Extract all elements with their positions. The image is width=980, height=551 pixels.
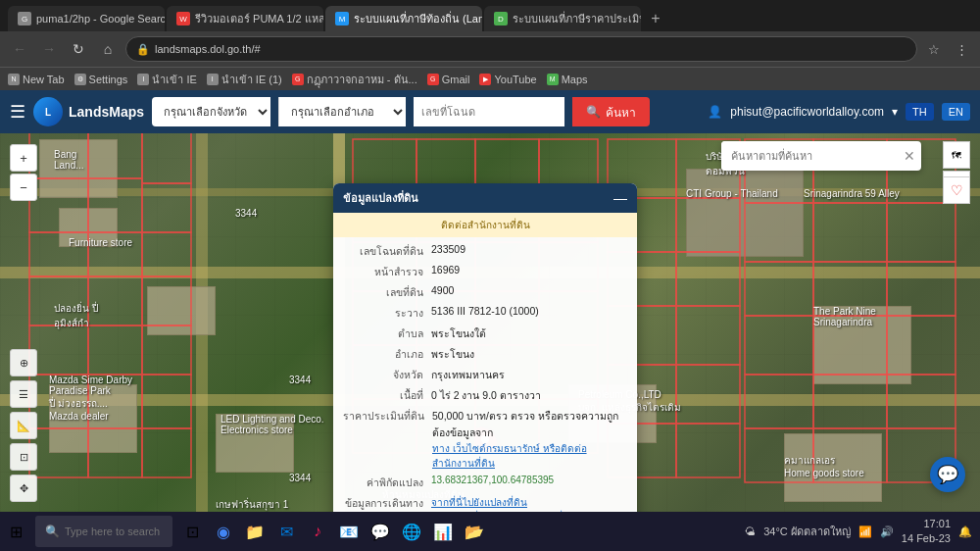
lang-en-button[interactable]: EN (942, 103, 970, 121)
address-text: landsmaps.dol.go.th/# (155, 43, 261, 55)
tab-4[interactable]: D ระบบแผนที่ภาษีราคาประเมิน - กรมธน... ✕ (484, 6, 641, 31)
new-tab-button[interactable]: + (643, 6, 668, 31)
bookmark-gmail-icon: G (427, 74, 439, 85)
taskbar-search-input[interactable] (65, 526, 163, 537)
weather-temp: 34°C ผัดตลาดใหญ่ (763, 523, 851, 540)
bookmark-settings-icon: ⚙ (74, 74, 86, 85)
lang-th-button[interactable]: TH (906, 103, 934, 121)
browser-settings-icon[interactable]: ⋮ (951, 38, 972, 60)
more-info-label: ข้อมูลการเดินทาง (343, 495, 431, 512)
amphoe-label: อำเภอ (343, 346, 431, 363)
popup-close-button[interactable]: — (613, 190, 627, 206)
bookmark-ie[interactable]: I นำเข้า IE (137, 71, 196, 88)
bookmark-settings[interactable]: ⚙ Settings (74, 74, 128, 85)
tambon-label: ตำบล (343, 326, 431, 342)
address-bar[interactable]: 🔒 landsmaps.dol.go.th/# (125, 36, 917, 62)
zoom-in-button[interactable]: + (10, 144, 37, 172)
popup-row-frontarea: หน้าสำรวจ 16969 (343, 264, 627, 280)
taskbar-line-icon[interactable]: 💬 (367, 518, 394, 545)
land-number-value: 4900 (431, 284, 627, 301)
taskbar-chrome-icon[interactable]: ◉ (210, 518, 237, 545)
bookmark-gmail[interactable]: G Gmail (427, 74, 470, 85)
menu-hamburger[interactable]: ☰ (10, 101, 25, 123)
forward-button[interactable]: → (37, 37, 61, 61)
tab-2-favicon: W (176, 12, 190, 25)
parcel-input[interactable] (414, 97, 564, 126)
search-button[interactable]: 🔍 ค้นหา (572, 97, 650, 126)
popup-body: เลขโฉนดที่ดิน 233509 หน้าสำรวจ 16969 เลข… (333, 237, 637, 512)
map-view-satellite[interactable]: 🗺 (943, 141, 970, 169)
map-container[interactable]: BangLand... Furniture store ปลองยิ่น ปี่… (0, 90, 980, 512)
province-select[interactable]: กรุณาเลือกจังหวัด (152, 97, 270, 126)
reload-button[interactable]: ↻ (67, 37, 90, 61)
popup-title: ข้อมูลแปลงที่ดิน (343, 189, 418, 207)
taskbar-chrome2-icon[interactable]: 🌐 (398, 518, 425, 545)
taskbar-explorer-icon[interactable]: 📁 (241, 518, 269, 545)
favorite-button[interactable]: ♡ (943, 176, 970, 204)
taskbar-sound-icon: 🔊 (880, 526, 894, 538)
taskbar-notification-icon: 🔔 (958, 526, 972, 538)
building-1 (39, 139, 118, 198)
layer-button[interactable]: ☰ (10, 380, 37, 408)
map-controls-left: + − (10, 144, 37, 201)
taskbar-excel-icon[interactable]: 📊 (429, 518, 457, 545)
tab-3[interactable]: M ระบบแผนที่ภาษีท้องถิ่น (LandsMaps... ✕ (325, 6, 482, 31)
doc-number-label: เลขโฉนดที่ดิน (343, 243, 431, 260)
coords-label: ค่าพิกัดแปลง (343, 475, 431, 491)
tab-1-favicon: G (18, 12, 31, 25)
building-kamlae (784, 433, 882, 502)
select-button[interactable]: ⊡ (10, 443, 37, 471)
back-button[interactable]: ← (8, 37, 31, 61)
bookmark-ie2[interactable]: I นำเข้า IE (1) (207, 71, 282, 88)
measure-button[interactable]: 📐 (10, 412, 37, 439)
popup-row-tambon: ตำบล พระโขนงใต้ (343, 326, 627, 342)
current-time: 17:01 (902, 517, 951, 531)
tab-1[interactable]: G puma1/2hp - Google Search ✕ (8, 6, 165, 31)
province-label: จังหวัด (343, 367, 431, 383)
bookmark-ie-icon: I (137, 74, 149, 85)
taskbar-mail-icon[interactable]: ✉ (272, 518, 300, 545)
bookmark-goo[interactable]: G กฏุภาวาจกอาหม - ดัน... (292, 71, 417, 88)
taskbar-search-box: 🔍 (35, 516, 172, 547)
bookmark-youtube[interactable]: ▶ YouTube (479, 74, 536, 85)
bookmark-ie-label: นำเข้า IE (152, 71, 196, 88)
taskbar-tiktok-icon[interactable]: ♪ (304, 518, 331, 545)
building-park (813, 306, 911, 384)
building-cti (686, 169, 804, 257)
header-right: 👤 phisut@pacificworldalloy.com ▾ TH EN (708, 103, 970, 121)
browser-chrome: G puma1/2hp - Google Search ✕ W รีวิวมอเ… (0, 0, 980, 90)
chat-bubble-button[interactable]: 💬 (930, 457, 965, 492)
taskbar-taskview-icon[interactable]: ⊡ (178, 518, 206, 545)
more-info-links: จากที่นี่ไปยังแปลงที่ดิน จากแปลงที่ดินไป… (431, 495, 627, 512)
price-link[interactable]: ทาง เว็บไซต์กรมธนารักษ์ หรือติดต่อสำนักง… (432, 443, 587, 469)
building-mazda (49, 384, 137, 453)
price-value: 50,000 บาท/ตรว ตรวจ หรือตรวจความถูกต้องข… (432, 408, 627, 471)
tab-3-label: ระบบแผนที่ภาษีท้องถิ่น (LandsMaps... (354, 10, 482, 27)
taskbar-network-icon: 📶 (858, 526, 872, 538)
zoom-out-button[interactable]: − (10, 174, 37, 201)
taskbar-outlook-icon[interactable]: 📧 (335, 518, 363, 545)
taskbar-windows-icon[interactable]: ⊞ (2, 518, 29, 545)
map-search-input[interactable] (721, 141, 898, 171)
tab-2[interactable]: W รีวิวมอเตอร์ PUMA 1/2 แหล่ง ปั๊ม Pi...… (167, 6, 323, 31)
home-button[interactable]: ⌂ (96, 37, 120, 61)
gps-button[interactable]: ⊕ (10, 349, 37, 376)
bookmark-star-icon[interactable]: ☆ (923, 38, 945, 60)
rai-value: 0 ไร่ 2 งาน 9.0 ตารางวา (431, 387, 627, 404)
info-popup: ข้อมูลแปลงที่ดิน — ติดต่อสำนักงานที่ดิน … (333, 183, 637, 512)
popup-warning: ติดต่อสำนักงานที่ดิน (333, 213, 637, 237)
front-area-value: 16969 (431, 264, 627, 280)
bookmark-newtab[interactable]: N New Tab (8, 74, 65, 85)
logo-icon: L (33, 97, 63, 126)
map-search-clear[interactable]: ✕ (898, 148, 921, 164)
tab-4-label: ระบบแผนที่ภาษีราคาประเมิน - กรมธน... (513, 10, 641, 27)
more-info-link1[interactable]: จากที่นี่ไปยังแปลงที่ดิน (431, 497, 527, 508)
taskbar-folder-icon[interactable]: 📂 (461, 518, 488, 545)
current-date: 14 Feb-23 (902, 531, 951, 546)
land-number-label: เลขที่ดิน (343, 284, 431, 301)
popup-row-area: ระวาง 5136 III 7812-10 (1000) (343, 305, 627, 322)
bookmark-maps-icon: M (547, 74, 559, 85)
bookmark-maps[interactable]: M Maps (547, 74, 588, 85)
district-select[interactable]: กรุณาเลือกอำเภอ (278, 97, 406, 126)
pan-button[interactable]: ✥ (10, 475, 37, 502)
